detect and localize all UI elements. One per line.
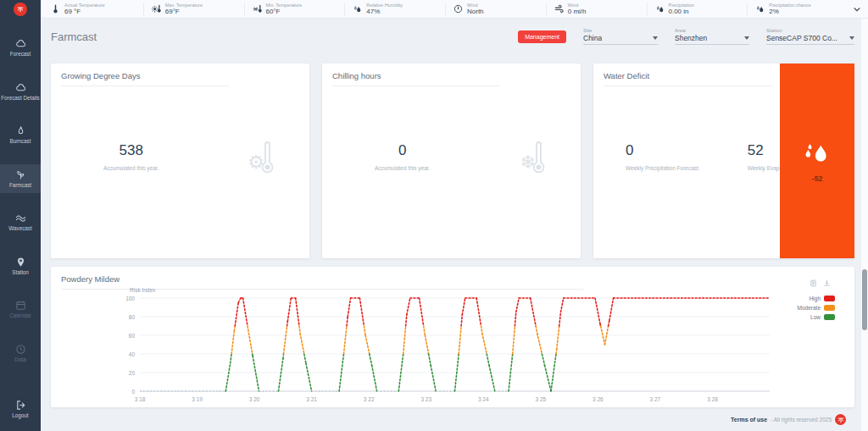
caret-down-icon — [653, 36, 658, 40]
sidebar-item-station[interactable]: Station — [0, 251, 41, 281]
chilling-hours-card: Chilling hours 0 Accumulated this year. … — [322, 64, 581, 258]
select-label: Area — [675, 28, 749, 33]
precipitation-forecast-value: 0 — [626, 142, 700, 159]
gdd-caption: Accumulated this year. — [103, 165, 159, 171]
water-drops-icon — [803, 140, 832, 169]
topbar-metric: Actual Temperature69 °F — [51, 3, 143, 16]
pin-icon — [15, 257, 26, 268]
precipitation-drops-icon — [655, 4, 665, 14]
precipitation-drops-icon — [755, 4, 765, 14]
topbar-metric: Relative Humidity47% — [344, 3, 445, 16]
select-label: Site — [583, 28, 658, 33]
sidebar-item-label: Burncast — [10, 138, 31, 145]
select-value: SenseCAP S700 Co... — [766, 34, 837, 42]
svg-text:3 25: 3 25 — [535, 396, 546, 402]
svg-text:3 19: 3 19 — [192, 396, 203, 402]
svg-text:3 28: 3 28 — [707, 396, 718, 402]
select-station[interactable]: StationSenseCAP S700 Co... — [766, 28, 854, 45]
topbar-metric: Precipitation chance2% — [747, 3, 848, 16]
metric-value: 47% — [366, 8, 403, 15]
metric-value: 69°F — [165, 8, 203, 15]
sidebar-item-burncast[interactable]: Burncast — [0, 120, 41, 150]
plant-icon — [15, 169, 26, 180]
topbar-metric: Max. Temperature69°F — [143, 3, 244, 16]
select-value: China — [583, 34, 602, 42]
powdery-mildew-chart: 0204060801003 183 193 203 213 223 233 24… — [51, 267, 854, 407]
page-title: Farmcast — [51, 30, 97, 43]
header-selects: SiteChinaAreaShenzhenStationSenseCAP S70… — [566, 28, 854, 45]
sun-thermometer-icon — [152, 4, 161, 14]
metric-value: 69 °F — [64, 8, 105, 15]
cloud-icon — [15, 38, 26, 49]
terms-of-use-link[interactable]: Terms of use — [731, 417, 767, 423]
water-deficit-card: Water Deficit 0 Weekly Precipitation For… — [593, 64, 854, 258]
svg-text:3 24: 3 24 — [478, 396, 489, 402]
brand-block — [0, 0, 41, 19]
logout-icon — [15, 400, 26, 411]
sidebar-item-label: Calendar — [9, 312, 31, 319]
compass-icon — [453, 4, 463, 14]
sidebar-item-label: Wavecast — [8, 225, 31, 232]
svg-text:Risk Index: Risk Index — [130, 287, 156, 293]
gdd-value: 538 — [103, 142, 159, 159]
topbar-metric: Min. Temperature60°F — [244, 3, 345, 16]
chilling-value: 0 — [375, 142, 430, 159]
sidebar-item-wavecast[interactable]: Wavecast — [0, 207, 41, 237]
select-site[interactable]: SiteChina — [583, 28, 658, 45]
sidebar-item-label: Data — [14, 356, 25, 363]
topbar-metric: WindNorth — [445, 3, 546, 16]
vertical-scrollbar[interactable] — [861, 19, 868, 431]
topbar-metric: Precipitation0.00 in — [647, 3, 748, 16]
sidebar-item-forecast[interactable]: Forecast — [0, 33, 41, 63]
svg-text:3 22: 3 22 — [364, 396, 375, 402]
wind-icon — [554, 4, 564, 14]
svg-text:3 18: 3 18 — [135, 396, 146, 402]
chevron-down-icon[interactable] — [853, 5, 861, 14]
sidebar-item-farmcast[interactable]: Farmcast — [0, 164, 41, 194]
sidebar-item-label: Forecast Details — [1, 95, 40, 102]
weather-topbar: Actual Temperature69 °FMax. Temperature6… — [41, 0, 868, 19]
wave-icon — [15, 213, 26, 224]
sidebar-item-logout[interactable]: Logout — [0, 395, 41, 424]
metric-value: 60°F — [266, 8, 303, 15]
water-deficit-panel: -52 — [780, 64, 854, 258]
flame-icon — [15, 125, 26, 136]
metric-value: 2% — [769, 8, 811, 15]
svg-text:3 27: 3 27 — [650, 396, 661, 402]
caret-down-icon — [849, 36, 854, 40]
sidebar-item-calendar: Calendar — [0, 295, 41, 324]
sidebar-item-forecast-details[interactable]: Forecast Details — [0, 77, 41, 107]
svg-text:20: 20 — [129, 370, 136, 376]
metric-value: 0.00 in — [669, 8, 694, 15]
svg-text:0: 0 — [131, 389, 135, 395]
svg-text:40: 40 — [129, 351, 136, 357]
svg-text:3 23: 3 23 — [420, 396, 431, 402]
sidebar-item-label: Logout — [12, 412, 28, 419]
calendar-icon — [15, 300, 26, 311]
svg-text:3 20: 3 20 — [249, 396, 260, 402]
sun-thermometer-icon: ⚙ — [248, 140, 274, 174]
water-deficit-value: -52 — [812, 174, 822, 183]
scrollbar-thumb[interactable] — [862, 269, 867, 330]
select-area[interactable]: AreaShenzhen — [675, 28, 749, 45]
powdery-mildew-card: Powdery Mildew HighModerateLow 020406080… — [51, 267, 854, 407]
sidebar-items: ForecastForecast DetailsBurncastFarmcast… — [0, 19, 41, 367]
growing-degree-days-card: Growing Degree Days 538 Accumulated this… — [51, 64, 309, 258]
humidity-drops-icon — [353, 4, 362, 14]
topbar-metric: Wind0 mi/h — [546, 3, 647, 16]
rights-text: - All rights reserved 2025 — [771, 417, 832, 423]
sidebar-nav: ForecastForecast DetailsBurncastFarmcast… — [0, 19, 41, 431]
sidebar-item-data: Data — [0, 339, 41, 368]
precipitation-forecast-caption: Weekly Precipitation Forecast. — [626, 165, 700, 171]
chilling-caption: Accumulated this year. — [375, 165, 430, 171]
svg-text:3 21: 3 21 — [306, 396, 317, 402]
metric-value: 0 mi/h — [568, 8, 587, 15]
sidebar-item-label: Forecast — [10, 51, 31, 58]
management-button[interactable]: Management — [518, 30, 566, 43]
svg-text:60: 60 — [129, 333, 136, 339]
metric-value: North — [467, 8, 484, 15]
sidebar-item-label: Farmcast — [9, 182, 31, 189]
sidebar-item-label: Station — [12, 269, 29, 276]
card-title: Water Deficit — [604, 71, 773, 86]
footer-logo-icon — [835, 414, 846, 425]
